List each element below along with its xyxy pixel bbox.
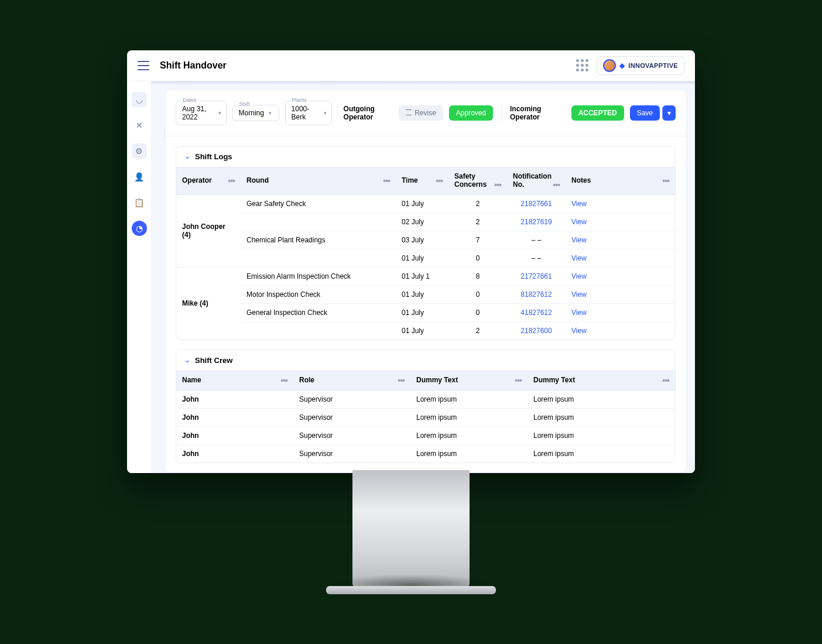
accepted-button[interactable]: ACCEPTED [571,105,624,121]
notes-cell[interactable]: View [566,321,675,340]
more-icon[interactable]: ••• [280,376,287,385]
notes-cell[interactable]: View [566,267,675,285]
time-cell: 01 July 1 [396,267,448,285]
notification-cell[interactable]: 81827612 [507,285,566,303]
dummy-cell: Lorem ipsum [410,444,528,463]
chevron-down-icon[interactable]: ⌄ [184,152,190,160]
brand-logo-icon: ◆ [619,61,625,70]
role-cell: Supervisor [293,408,410,426]
more-icon[interactable]: ••• [494,180,501,190]
dummy-cell: Lorem ipsum [528,408,675,426]
round-cell [241,213,396,231]
time-cell: 03 July [396,231,448,249]
revise-button[interactable]: Revise [399,105,443,121]
sidebar-clock-icon[interactable]: ◔ [132,221,147,236]
shift-logs-table: Operator••• Round••• Time••• Safety Conc… [176,167,675,340]
operator-cell: John Cooper (4) [176,194,241,267]
table-row: General Inspection Check01 July041827612… [176,303,675,321]
shift-select[interactable]: Shift Morning▾ [232,105,279,121]
chevron-down-icon[interactable]: ⌄ [184,356,190,364]
table-row: John Cooper (4)Gear Safety Check01 July2… [176,194,675,213]
shift-crew-section: ⌄ Shift Crew Name••• Role••• Dummy Text•… [176,350,676,463]
sidebar-clipboard-icon[interactable]: 📋 [132,195,147,210]
notification-cell[interactable]: 41827612 [507,303,566,321]
table-row: Mike (4)Emission Alarm Inspection Check0… [176,267,675,285]
round-cell: Emission Alarm Inspection Check [241,267,396,285]
safety-cell: 0 [448,285,507,303]
safety-cell: 2 [448,194,507,213]
sliders-icon [406,109,412,117]
sidebar: ◡ ✕ ⚙ 👤 📋 ◔ [127,81,152,473]
notes-cell[interactable]: View [566,194,675,213]
more-icon[interactable]: ••• [662,376,669,385]
divider [501,103,502,123]
more-icon[interactable]: ••• [228,176,235,186]
sidebar-equipment-icon[interactable]: ⚙ [132,143,147,159]
outgoing-operator-label: Outgoing Operator [344,105,393,121]
notification-cell[interactable]: 21827619 [507,213,566,231]
safety-cell: 0 [448,249,507,267]
role-cell: Supervisor [293,426,410,444]
sidebar-dashboard-icon[interactable]: ◡ [132,92,147,107]
brand-chip[interactable]: ◆ INNOVAPPTIVE [597,56,684,75]
more-icon[interactable]: ••• [662,176,669,186]
time-cell: 01 July [396,303,448,321]
notes-cell[interactable]: View [566,213,675,231]
main-content: Dates Aug 31, 2022▾ Shift Morning▾ Plant… [152,81,695,473]
notification-cell[interactable]: 21727661 [507,267,566,285]
monitor-base [326,586,496,594]
notes-cell[interactable]: View [566,249,675,267]
table-row: 01 July0– –View [176,249,675,267]
grid-apps-icon[interactable] [576,59,588,71]
dates-select[interactable]: Dates Aug 31, 2022▾ [176,101,227,125]
more-icon[interactable]: ••• [436,176,443,186]
safety-cell: 7 [448,231,507,249]
name-cell: John [176,426,293,444]
save-button[interactable]: Save [630,105,660,121]
round-cell: Motor Inspection Check [241,285,396,303]
monitor-stand [352,470,470,587]
brand-text: INNOVAPPTIVE [628,62,678,69]
operator-cell: Mike (4) [176,267,241,340]
sidebar-tools-icon[interactable]: ✕ [132,118,147,133]
name-cell: John [176,408,293,426]
more-icon[interactable]: ••• [553,180,560,190]
notification-cell[interactable]: 21827600 [507,321,566,340]
more-icon[interactable]: ••• [398,376,405,385]
role-cell: Supervisor [293,390,410,408]
notes-cell[interactable]: View [566,285,675,303]
more-icon[interactable]: ••• [515,376,522,385]
role-cell: Supervisor [293,444,410,463]
sidebar-user-icon[interactable]: 👤 [132,169,147,184]
dummy-cell: Lorem ipsum [528,444,675,463]
incoming-operator-label: Incoming Operator [510,105,560,121]
chevron-down-icon: ▾ [269,110,272,116]
notification-cell[interactable]: 21827661 [507,194,566,213]
table-row: JohnSupervisorLorem ipsumLorem ipsum [176,408,675,426]
name-cell: John [176,444,293,463]
section-title: Shift Crew [195,356,232,365]
page-title: Shift Handover [160,60,227,71]
table-row: 02 July221827619View [176,213,675,231]
dummy-cell: Lorem ipsum [410,390,528,408]
time-cell: 01 July [396,249,448,267]
time-cell: 01 July [396,194,448,213]
table-row: JohnSupervisorLorem ipsumLorem ipsum [176,390,675,408]
save-dropdown-button[interactable]: ▾ [662,105,676,121]
dummy-cell: Lorem ipsum [410,426,528,444]
hamburger-menu-icon[interactable] [138,61,149,70]
table-row: Motor Inspection Check01 July081827612Vi… [176,285,675,303]
dummy-cell: Lorem ipsum [410,408,528,426]
round-cell: Gear Safety Check [241,194,396,213]
chevron-down-icon: ▾ [324,110,327,116]
safety-cell: 8 [448,267,507,285]
more-icon[interactable]: ••• [383,176,390,186]
plants-select[interactable]: Plants 1000-Berk▾ [285,101,332,125]
shift-crew-table: Name••• Role••• Dummy Text••• Dummy Text… [176,371,675,463]
filter-bar: Dates Aug 31, 2022▾ Shift Morning▾ Plant… [165,90,686,136]
round-cell [241,321,396,340]
table-row: Chemical Plant Readings03 July7– –View [176,231,675,249]
notes-cell[interactable]: View [566,303,675,321]
approved-button[interactable]: Approved [449,105,493,121]
notes-cell[interactable]: View [566,231,675,249]
